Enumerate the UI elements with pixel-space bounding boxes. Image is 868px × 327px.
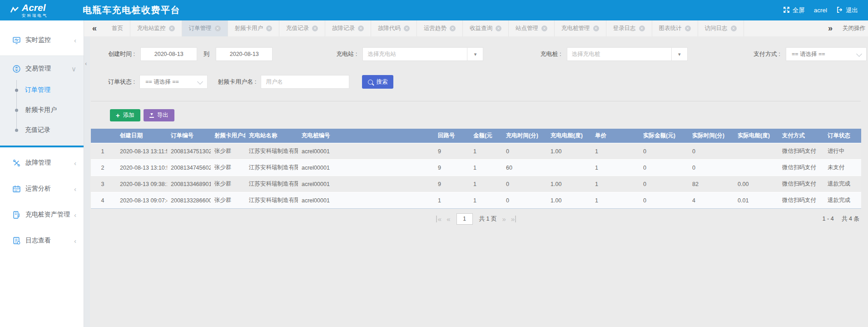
tab-item[interactable]: 充值记录 <box>279 20 325 36</box>
sidebar-item-realtime-monitor[interactable]: 实时监控 ‹ <box>0 30 84 50</box>
tab-close-icon[interactable] <box>404 25 410 31</box>
table-row[interactable]: 22020-08-13 13:10:562008134745602002张少群江… <box>91 160 861 176</box>
table-cell: 2008134745602002 <box>167 160 211 176</box>
pager-first-icon[interactable]: « <box>436 216 441 222</box>
column-header[interactable]: 回路号 <box>434 129 470 143</box>
acrel-logo-icon <box>10 6 19 14</box>
tab-item[interactable]: 充电站监控 <box>130 20 182 36</box>
pager: « « 共 1 页 » » 1 - 4 共 4 条 <box>91 213 861 225</box>
tab-label: 首页 <box>112 25 123 32</box>
pager-page-input[interactable] <box>456 213 473 225</box>
date-to-input[interactable] <box>216 47 273 61</box>
column-header[interactable] <box>91 129 116 143</box>
tab-item[interactable]: 订单管理 <box>182 20 228 36</box>
column-header[interactable]: 充电时间(分) <box>502 129 547 143</box>
pager-next-icon[interactable]: » <box>502 216 505 222</box>
sidebar-item-fault-mgmt[interactable]: 故障管理 ‹ <box>0 152 84 173</box>
logout-button[interactable]: 退出 <box>836 6 858 15</box>
pile-input[interactable] <box>567 47 671 61</box>
tab-item[interactable]: 故障记录 <box>325 20 371 36</box>
station-input[interactable] <box>362 47 467 61</box>
column-header[interactable]: 射频卡用户名 <box>211 129 245 143</box>
tab-item[interactable]: 运营趋势 <box>417 20 463 36</box>
pager-prev-icon[interactable]: « <box>446 216 450 222</box>
export-button[interactable]: 导出 <box>144 109 174 121</box>
fullscreen-icon <box>783 6 790 15</box>
date-from-input[interactable] <box>140 47 197 61</box>
tab-item[interactable]: 射频卡用户 <box>228 20 280 36</box>
pay-method-select[interactable]: == 请选择 == <box>786 47 867 61</box>
column-header[interactable]: 实际金额(元) <box>640 129 689 143</box>
column-header[interactable]: 创建日期 <box>116 129 167 143</box>
current-user[interactable]: acrel <box>814 7 827 14</box>
sidebar-item-log-viewer[interactable]: 日志查看 ‹ <box>0 230 84 251</box>
tab-close-icon[interactable] <box>685 25 691 31</box>
pile-dropdown-button[interactable]: ▾ <box>671 47 688 61</box>
filter-row-2: 订单状态 : == 请选择 == 射频卡用户名 : 搜索 <box>90 75 868 89</box>
sidebar-item-pile-assets[interactable]: 充电桩资产管理 ‹ <box>0 204 84 225</box>
column-header[interactable]: 实际电能(度) <box>734 129 779 143</box>
table-cell: 2 <box>91 160 116 176</box>
column-header[interactable]: 订单编号 <box>167 129 211 143</box>
column-header[interactable]: 实际时间(分) <box>689 129 734 143</box>
panel-collapse-strip[interactable]: ‹ <box>84 36 90 327</box>
sidebar-item-order-mgmt[interactable]: 订单管理 <box>0 80 84 100</box>
tab-close-icon[interactable] <box>541 25 547 31</box>
tab-item[interactable]: 访问日志 <box>698 20 744 36</box>
main-content: ‹ 创建时间 : 到 充电站 : ▾ 充电桩 : ▾ 支付方式 : == 请选择… <box>84 36 868 327</box>
tab-item[interactable]: 充电桩管理 <box>555 20 606 36</box>
tab-close-icon[interactable] <box>639 25 645 31</box>
tab-close-icon[interactable] <box>169 25 175 31</box>
column-header[interactable]: 订单状态 <box>824 129 861 143</box>
close-operations-menu[interactable]: 关闭操作 <box>843 25 868 32</box>
tabs-scroll-left-icon[interactable]: « <box>84 20 105 36</box>
column-header[interactable]: 单价 <box>591 129 640 143</box>
sidebar-item-transaction-mgmt[interactable]: 交易管理 ∨ <box>0 58 84 79</box>
record-total: 共 4 条 <box>842 216 859 222</box>
tab-close-icon[interactable] <box>312 25 318 31</box>
column-header[interactable]: 支付方式 <box>779 129 824 143</box>
tab-item[interactable]: 登录日志 <box>606 20 652 36</box>
order-status-select[interactable]: == 请选择 == <box>139 75 208 89</box>
tab-close-icon[interactable] <box>266 25 272 31</box>
rfid-user-input[interactable] <box>261 75 349 89</box>
table-cell: acrel00001 <box>298 192 434 209</box>
sidebar-item-operation-analysis[interactable]: 运营分析 ‹ <box>0 178 84 199</box>
sidebar-item-rfid-users[interactable]: 射频卡用户 <box>0 100 84 120</box>
table-row[interactable]: 32020-08-13 09:38:102008133468901101张少群江… <box>91 176 861 192</box>
sidebar-item-label: 运营分析 <box>25 185 51 193</box>
add-button[interactable]: + 添加 <box>110 109 140 121</box>
column-header[interactable]: 充电站名称 <box>245 129 298 143</box>
fullscreen-button[interactable]: 全屏 <box>783 6 805 15</box>
tab-label: 射频卡用户 <box>235 25 263 32</box>
tab-item[interactable]: 首页 <box>105 20 130 36</box>
filter-row-1: 创建时间 : 到 充电站 : ▾ 充电桩 : ▾ 支付方式 : == 请选择 =… <box>90 47 868 61</box>
tab-close-icon[interactable] <box>731 25 737 31</box>
tabs-scroll-right-icon[interactable]: » <box>828 24 833 33</box>
tab-item[interactable]: 图表统计 <box>652 20 698 36</box>
column-header[interactable]: 金额(元 <box>470 129 502 143</box>
table-cell: 江苏安科瑞制造有限公司 <box>245 192 298 209</box>
tab-item[interactable]: 站点管理 <box>509 20 555 36</box>
tab-close-icon[interactable] <box>450 25 456 31</box>
caret-down-icon: ▾ <box>474 51 477 57</box>
record-count: 1 - 4 共 4 条 <box>823 215 859 223</box>
pager-last-icon[interactable]: » <box>511 216 516 222</box>
pile-combobox: ▾ <box>567 47 688 61</box>
tab-item[interactable]: 故障代码 <box>371 20 417 36</box>
tab-close-icon[interactable] <box>496 25 501 31</box>
column-header[interactable]: 充电电能(度) <box>547 129 591 143</box>
tab-close-icon[interactable] <box>358 25 364 31</box>
tab-label: 充电桩管理 <box>561 25 590 32</box>
tab-close-icon[interactable] <box>593 25 599 31</box>
tab-close-icon[interactable] <box>215 25 221 31</box>
tab-label: 订单管理 <box>189 25 212 32</box>
table-row[interactable]: 12020-08-13 13:11:532008134751302008张少群江… <box>91 143 861 160</box>
column-header[interactable]: 充电桩编号 <box>298 129 434 143</box>
table-cell: 4 <box>91 192 116 209</box>
search-button[interactable]: 搜索 <box>362 75 393 89</box>
tab-item[interactable]: 收益查询 <box>463 20 509 36</box>
sidebar-item-recharge-records[interactable]: 充值记录 <box>0 120 84 140</box>
station-dropdown-button[interactable]: ▾ <box>467 47 483 61</box>
table-row[interactable]: 42020-08-13 09:07:462008133286600746张少群江… <box>91 192 861 209</box>
